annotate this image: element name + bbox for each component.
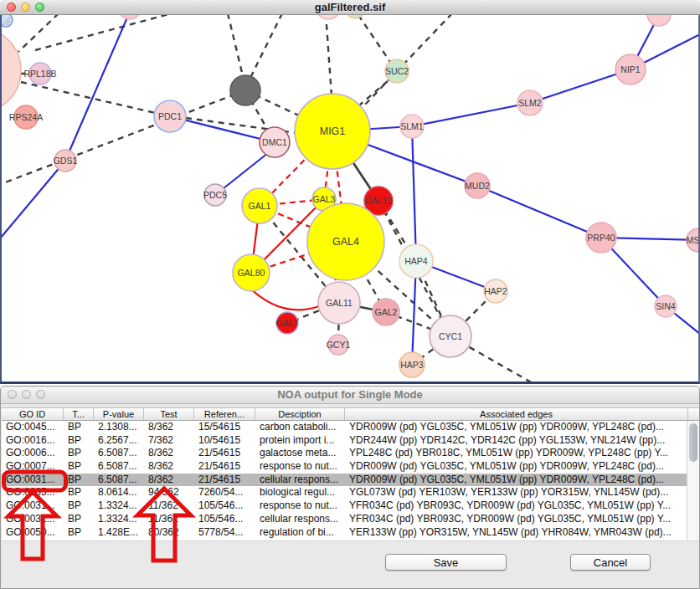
edge-blue[interactable] xyxy=(412,103,530,126)
cell-p-value: 1.3324... xyxy=(94,513,144,526)
cell-description: biological regul... xyxy=(255,486,345,499)
node-label-SIN4: SIN4 xyxy=(656,301,676,311)
edge-dash[interactable] xyxy=(326,15,332,95)
node-label-MUD2: MUD2 xyxy=(465,181,490,191)
node-partial-top-1[interactable] xyxy=(119,15,141,19)
cell-test: 11/362 xyxy=(144,513,194,526)
table-header-row: GO IDT...P-valueTestReferen...Desciption… xyxy=(2,407,699,421)
node-label-GAL11: GAL11 xyxy=(326,298,353,308)
node-label-PDC1: PDC1 xyxy=(158,111,182,121)
node-label-GAL7: GAL7 xyxy=(276,318,299,328)
column-header-reference[interactable]: Referen... xyxy=(194,408,255,420)
cell-test: 8/362 xyxy=(144,447,194,460)
table-row[interactable]: GO:0031...BP1.3324...11/362105/546...cel… xyxy=(2,513,687,526)
node-label-HAP3: HAP3 xyxy=(400,360,424,370)
edge-dash[interactable] xyxy=(365,15,452,105)
table-row[interactable]: GO:0045...BP2.1308...8/36215/54615carbon… xyxy=(2,421,687,434)
cell-p-value: 6.5087... xyxy=(94,447,144,460)
cell-associated-edges: YPL248C (pd) YBR018C, YML051W (pp) YDR00… xyxy=(345,447,687,460)
resize-grip[interactable] xyxy=(0,15,11,26)
node-label-HAP4: HAP4 xyxy=(404,256,428,266)
node-label-NIP1: NIP1 xyxy=(620,64,641,74)
network-window-titlebar[interactable]: galFiltered.sif xyxy=(0,0,700,15)
cell-go-id: GO:0007... xyxy=(2,460,64,474)
column-header-go-id[interactable]: GO ID xyxy=(2,408,64,420)
edge-blue[interactable] xyxy=(530,69,631,103)
cell-associated-edges: YDR009W (pd) YGL035C, YML051W (pp) YDR00… xyxy=(345,460,687,474)
node-label-HAP2: HAP2 xyxy=(484,286,507,296)
column-header-test[interactable]: Test xyxy=(144,408,194,420)
cell-reference: 21/54615 xyxy=(194,460,255,474)
cell-p-value: 1.3324... xyxy=(94,499,144,513)
save-button[interactable]: Save xyxy=(385,554,507,571)
cell-reference: 10/54615 xyxy=(194,434,255,448)
cell-test: 94/362 xyxy=(144,486,194,499)
cell-p-value: 6.5087... xyxy=(94,474,144,487)
table-row[interactable]: GO:0016...BP6.2567...7/36210/54615protei… xyxy=(2,434,687,448)
cell-go-id: GO:0031... xyxy=(2,474,64,487)
cancel-button[interactable]: Cancel xyxy=(570,554,651,571)
column-header-p-value[interactable]: P-value xyxy=(94,408,144,420)
node-partial-top-2[interactable] xyxy=(316,15,341,19)
node-partial-left-large[interactable] xyxy=(0,28,21,113)
cell-type: BP xyxy=(64,434,94,448)
node-label-RPL18B: RPL18B xyxy=(23,69,56,79)
node-label-MSN5: MSN5 xyxy=(686,235,700,245)
network-canvas[interactable]: RPL18BRPS24AGDS1PDC1DMC1MIG1SLM1SUC2SLM2… xyxy=(0,15,700,384)
node-label-GCY1: GCY1 xyxy=(327,340,351,350)
node-unlabeled-gray[interactable] xyxy=(230,75,260,105)
noa-window-titlebar[interactable]: NOA output for Single Mode xyxy=(1,387,699,404)
node-label-GDS1: GDS1 xyxy=(54,156,78,166)
edge-blue[interactable] xyxy=(412,126,416,261)
table-row[interactable]: GO:0065...BP8.0614...94/3627260/54...bio… xyxy=(2,486,687,499)
cell-type: BP xyxy=(64,421,94,434)
edge-dash[interactable] xyxy=(21,82,170,116)
cell-description: regulation of bi... xyxy=(255,526,345,540)
column-header-associated-edges[interactable]: Associated edges xyxy=(345,408,688,420)
edge-dash[interactable] xyxy=(358,15,390,62)
node-label-MIG1: MIG1 xyxy=(320,125,346,137)
button-bar: Save Cancel xyxy=(1,540,699,588)
node-label-GAL4: GAL4 xyxy=(332,236,359,248)
edge-blue[interactable] xyxy=(477,186,601,238)
column-header-description[interactable]: Desciption xyxy=(255,408,345,420)
edge-blue[interactable] xyxy=(0,161,65,243)
node-label-GAL3: GAL3 xyxy=(313,194,336,204)
cell-go-id: GO:0031... xyxy=(2,513,64,526)
node-label-GAL80: GAL80 xyxy=(238,268,265,278)
cell-go-id: GO:0050... xyxy=(2,526,64,540)
cell-p-value: 8.0614... xyxy=(94,486,144,499)
cell-reference: 21/54615 xyxy=(194,474,255,487)
edge-dash[interactable] xyxy=(0,90,245,186)
node-partial-top-right[interactable] xyxy=(647,15,671,26)
table-row[interactable]: GO:0007...BP6.5087...8/36221/54615respon… xyxy=(2,460,687,474)
cell-go-id: GO:0006... xyxy=(2,447,64,460)
column-header-type[interactable]: T... xyxy=(64,408,94,420)
cell-description: cellular respons... xyxy=(255,513,345,526)
cell-reference: 5778/54... xyxy=(194,526,255,540)
node-label-SUC2: SUC2 xyxy=(385,66,409,76)
vertical-scrollbar[interactable] xyxy=(687,421,699,540)
cell-type: BP xyxy=(64,486,94,499)
table-row[interactable]: GO:0050...BP1.428E...80/3625778/54...reg… xyxy=(2,526,687,540)
table-row[interactable]: GO:0006...BP6.5087...8/36221/54615galact… xyxy=(2,447,687,460)
edge-dash[interactable] xyxy=(250,15,282,79)
node-label-GAL10: GAL10 xyxy=(365,196,393,206)
cell-p-value: 6.5087... xyxy=(94,460,144,474)
cell-associated-edges: YGL073W (pd) YER103W, YER133W (pp) YOR31… xyxy=(345,486,687,499)
node-label-CYC1: CYC1 xyxy=(439,331,462,341)
scrollbar-thumb[interactable] xyxy=(689,423,697,462)
cell-reference: 21/54615 xyxy=(194,447,255,460)
network-window-title: galFiltered.sif xyxy=(0,0,700,14)
cell-type: BP xyxy=(64,526,94,540)
table-body: GO:0045...BP2.1308...8/36215/54615carbon… xyxy=(2,421,687,540)
table-row[interactable]: GO:0031...BP1.3324...11/362105/546...res… xyxy=(2,499,687,513)
edge-dash[interactable] xyxy=(35,15,172,50)
node-label-SLM1: SLM1 xyxy=(400,121,424,131)
cell-type: BP xyxy=(64,474,94,487)
cell-associated-edges: YER133W (pp) YOR315W, YNL145W (pd) YHR08… xyxy=(345,526,687,540)
table-row-selected[interactable]: GO:0031...BP6.5087...8/36221/54615cellul… xyxy=(2,474,687,487)
edge-dash[interactable] xyxy=(18,15,59,52)
cell-description: protein import i... xyxy=(255,434,345,448)
edge-dash[interactable] xyxy=(228,15,244,79)
